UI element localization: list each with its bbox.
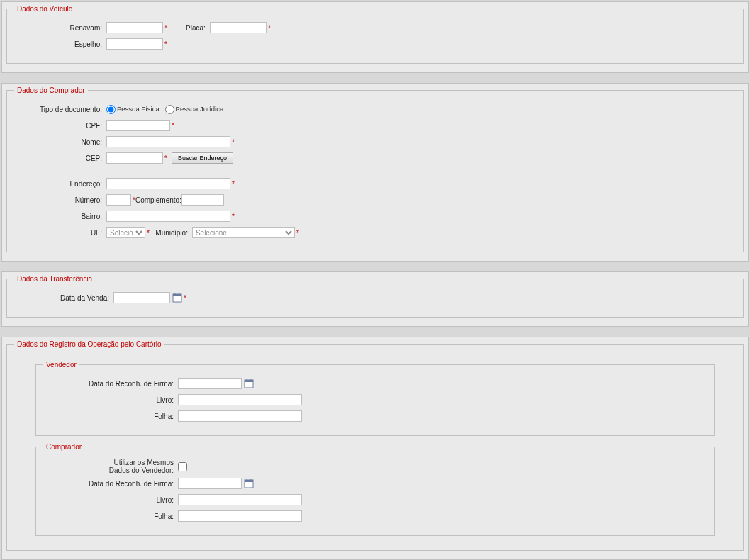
required-marker: * [232, 180, 235, 188]
vend-data-reconh-input[interactable] [178, 378, 242, 389]
bairro-label: Bairro: [14, 213, 106, 220]
buscar-endereco-button[interactable]: Buscar Endereço [172, 152, 233, 164]
calendar-icon[interactable] [244, 379, 254, 388]
endereco-input[interactable] [106, 178, 230, 189]
nome-label: Nome: [14, 138, 106, 146]
required-marker: * [296, 229, 299, 237]
vend-folha-input[interactable] [178, 410, 302, 422]
vendedor-legend: Vendedor [43, 361, 79, 369]
required-marker: * [184, 294, 186, 302]
renavam-input[interactable] [106, 22, 163, 33]
cep-label: CEP: [14, 155, 106, 162]
espelho-input[interactable] [106, 38, 163, 50]
vend-livro-input[interactable] [178, 394, 302, 405]
required-marker: * [164, 40, 167, 48]
pf-radio[interactable] [106, 105, 116, 114]
pf-radio-label[interactable]: Pessoa Física [106, 105, 159, 113]
renavam-label: Renavam: [14, 24, 106, 32]
comprador-legend: Dados do Comprador [14, 86, 88, 94]
comp-livro-label: Livro: [43, 496, 178, 504]
nome-input[interactable] [106, 136, 230, 147]
svg-rect-5 [245, 380, 253, 382]
numero-label: Número: [14, 196, 106, 204]
tipodoc-label: Tipo de documento: [14, 106, 106, 113]
placa-input[interactable] [210, 22, 267, 33]
comp-data-reconh-input[interactable] [178, 478, 242, 489]
municipio-select[interactable]: Selecione [192, 227, 295, 238]
data-venda-label: Data da Venda: [14, 294, 113, 302]
svg-rect-1 [173, 294, 181, 296]
required-marker: * [268, 24, 271, 32]
vend-livro-label: Livro: [43, 396, 178, 404]
svg-rect-9 [245, 480, 253, 482]
mesmos-dados-checkbox[interactable] [178, 462, 187, 471]
pj-radio-label[interactable]: Pessoa Jurídica [165, 105, 224, 113]
compradorreg-legend: Comprador [43, 443, 84, 451]
calendar-icon[interactable] [244, 478, 254, 488]
cartorio-legend: Dados do Registro da Operação pelo Cartó… [14, 340, 164, 348]
calendar-icon[interactable] [172, 293, 182, 303]
required-marker: * [164, 155, 167, 162]
required-marker: * [172, 122, 174, 130]
cep-input[interactable] [106, 152, 163, 164]
required-marker: * [232, 138, 235, 146]
cpf-input[interactable] [106, 120, 170, 131]
endereco-label: Endereço: [14, 180, 106, 188]
comp-livro-input[interactable] [178, 494, 302, 505]
placa-label: Placa: [167, 24, 210, 32]
cpf-label: CPF: [14, 122, 106, 130]
numero-input[interactable] [106, 194, 131, 206]
pj-radio[interactable] [165, 105, 174, 114]
vend-folha-label: Folha: [43, 413, 178, 420]
municipio-label: Município: [150, 229, 192, 237]
veiculo-legend: Dados do Veículo [14, 5, 75, 13]
vend-data-reconh-label: Data do Reconh. de Firma: [43, 380, 178, 388]
complemento-label: Complemento: [135, 196, 181, 204]
comp-folha-input[interactable] [178, 510, 302, 522]
complemento-input[interactable] [181, 194, 224, 206]
espelho-label: Espelho: [14, 40, 106, 48]
required-marker: * [232, 213, 235, 220]
uf-select[interactable]: Selecione [106, 227, 145, 238]
mesmos-dados-label: Utilizar os Mesmos Dados do Vendedor: [43, 459, 178, 474]
bairro-input[interactable] [106, 211, 230, 222]
uf-label: UF: [14, 229, 106, 237]
comp-folha-label: Folha: [43, 513, 178, 520]
transferencia-legend: Dados da Transferência [14, 275, 95, 283]
data-venda-input[interactable] [113, 292, 170, 303]
comp-data-reconh-label: Data do Reconh. de Firma: [43, 480, 178, 488]
